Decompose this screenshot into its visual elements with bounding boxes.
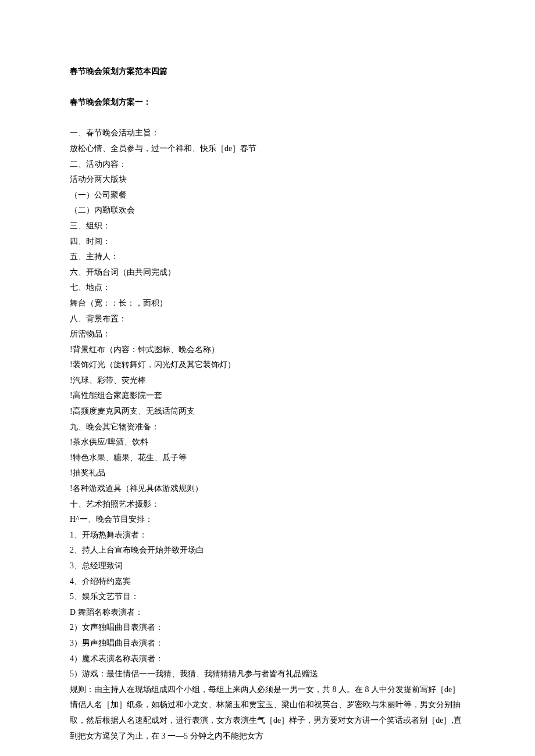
spacer (70, 110, 465, 126)
body-line: 所需物品： (70, 327, 465, 342)
body-line: !装饰灯光（旋转舞灯，闪光灯及其它装饰灯） (70, 357, 465, 373)
body-line: 4、介绍特约嘉宾 (70, 574, 465, 590)
body-line: 九、晚会其它物资准备： (70, 420, 465, 435)
body-line: 3、总经理致词 (70, 558, 465, 574)
body-line: !汽球、彩带、荧光棒 (70, 373, 465, 389)
body-line: （二）内勤联欢会 (70, 203, 465, 218)
body-line: 放松心情、全员参与，过一个祥和、快乐［de］春节 (70, 141, 465, 157)
document-subtitle: 春节晚会策划方案一： (70, 95, 465, 110)
body-line: 规则：由主持人在现场组成四个小组，每组上来两人必须是一男一女，共 8 人。在 8… (70, 682, 465, 744)
spacer (70, 80, 465, 95)
body-line: 3）男声独唱曲目表演者： (70, 636, 465, 651)
body-line: 五、主持人： (70, 249, 465, 265)
body-line: !抽奖礼品 (70, 465, 465, 481)
document-body: 一、春节晚会活动主旨：放松心情、全员参与，过一个祥和、快乐［de］春节二、活动内… (70, 126, 465, 744)
body-line: 2）女声独唱曲目表演者： (70, 620, 465, 636)
body-line: 七、地点： (70, 280, 465, 296)
body-line: 5、娱乐文艺节目： (70, 589, 465, 605)
body-line: 活动分两大版块 (70, 172, 465, 188)
body-line: 十、艺术拍照艺术摄影： (70, 497, 465, 513)
body-line: !各种游戏道具（祥见具体游戏规则） (70, 481, 465, 497)
body-line: 二、活动内容： (70, 157, 465, 173)
document-title: 春节晚会策划方案范本四篇 (70, 64, 465, 80)
body-line: 八、背景布置： (70, 311, 465, 327)
body-line: 六、开场台词（由共同完成） (70, 265, 465, 281)
body-line: H^一、晚会节目安排： (70, 512, 465, 528)
body-line: 1、开场热舞表演者： (70, 528, 465, 543)
body-line: 三、组织： (70, 218, 465, 234)
body-line: !茶水供应/啤酒、饮料 (70, 435, 465, 450)
body-line: !高频度麦克风两支、无线话筒两支 (70, 404, 465, 420)
body-line: 4）魔术表演名称表演者： (70, 651, 465, 667)
body-line: 2、持人上台宣布晚会开始并致开场白 (70, 543, 465, 558)
body-line: 舞台（宽：：长：，面积） (70, 296, 465, 311)
body-line: 一、春节晚会活动主旨： (70, 126, 465, 141)
document-page: 春节晚会策划方案范本四篇 春节晚会策划方案一： 一、春节晚会活动主旨：放松心情、… (0, 0, 535, 756)
body-line: !特色水果、糖果、花生、瓜子等 (70, 450, 465, 466)
body-line: !背景红布（内容：钟式图标、晚会名称） (70, 342, 465, 358)
body-line: 四、时间： (70, 234, 465, 250)
body-line: 5）游戏：最佳情侣一一我猜、我猜、我猜猜猜凡参与者皆有礼品赠送 (70, 667, 465, 682)
body-line: （一）公司聚餐 (70, 188, 465, 203)
body-line: !高性能组合家庭影院一套 (70, 388, 465, 404)
body-line: D 舞蹈名称表演者： (70, 605, 465, 621)
